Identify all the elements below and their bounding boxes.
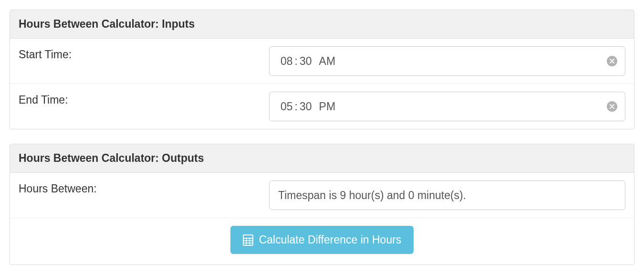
calculate-button[interactable]: Calculate Difference in Hours: [230, 226, 414, 254]
hours-between-label: Hours Between:: [19, 180, 269, 195]
end-time-clear-button[interactable]: [607, 101, 617, 112]
start-time-row: Start Time: 08 : 30 AM: [10, 39, 634, 84]
end-time-input[interactable]: 05 : 30 PM: [269, 92, 625, 121]
end-time-row: End Time: 05 : 30 PM: [10, 84, 634, 129]
svg-rect-0: [243, 235, 253, 245]
inputs-heading: Hours Between Calculator: Inputs: [10, 10, 634, 39]
end-time-ampm[interactable]: PM: [319, 100, 336, 113]
calculate-button-label: Calculate Difference in Hours: [259, 233, 402, 246]
start-time-input[interactable]: 08 : 30 AM: [269, 46, 625, 76]
start-time-ampm[interactable]: AM: [319, 55, 336, 68]
calculator-icon: [243, 234, 253, 246]
start-time-label: Start Time:: [19, 46, 269, 61]
close-icon: [610, 104, 614, 109]
hours-between-value: Timespan is 9 hour(s) and 0 minute(s).: [278, 189, 466, 202]
outputs-heading: Hours Between Calculator: Outputs: [10, 144, 634, 173]
hours-between-row: Hours Between: Timespan is 9 hour(s) and…: [10, 173, 634, 218]
hours-between-output: Timespan is 9 hour(s) and 0 minute(s).: [269, 180, 625, 210]
end-time-hour[interactable]: 05: [280, 100, 293, 113]
inputs-panel: Hours Between Calculator: Inputs Start T…: [10, 10, 634, 129]
start-time-hour[interactable]: 08: [280, 55, 293, 68]
time-colon: :: [293, 55, 299, 68]
inputs-body: Start Time: 08 : 30 AM End Time:: [10, 39, 634, 129]
end-time-label: End Time:: [19, 92, 269, 106]
start-time-control: 08 : 30 AM: [269, 46, 625, 76]
end-time-control: 05 : 30 PM: [269, 92, 625, 121]
start-time-minute[interactable]: 30: [299, 55, 312, 68]
start-time-clear-button[interactable]: [607, 56, 617, 66]
calculate-row: Calculate Difference in Hours: [10, 218, 634, 264]
end-time-minute[interactable]: 30: [299, 100, 312, 113]
time-colon: :: [293, 100, 299, 113]
close-icon: [610, 59, 614, 63]
outputs-body: Hours Between: Timespan is 9 hour(s) and…: [10, 173, 634, 264]
outputs-panel: Hours Between Calculator: Outputs Hours …: [10, 144, 634, 265]
